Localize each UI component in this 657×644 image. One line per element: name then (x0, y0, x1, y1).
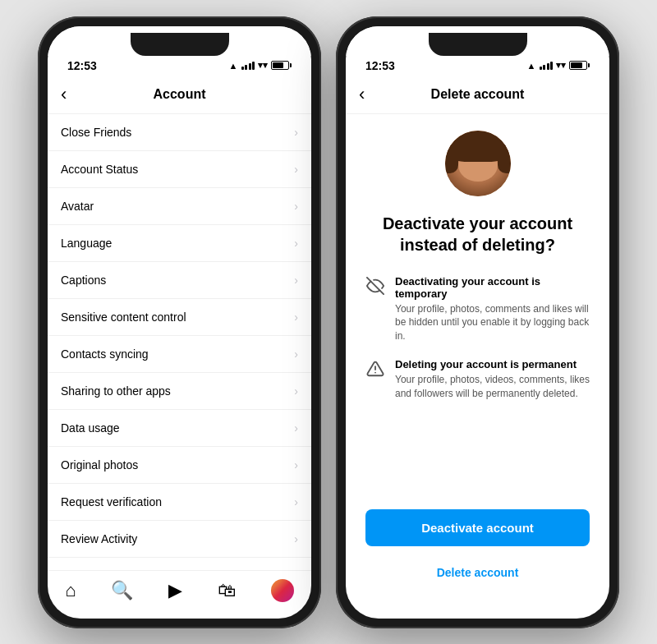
signal-bar-r1 (540, 67, 542, 70)
tab-profile-avatar[interactable] (271, 579, 294, 602)
notch-area-left (48, 26, 311, 56)
left-phone: 12:53 ▲ ▾▾ (38, 16, 321, 628)
signal-bar-r4 (550, 62, 553, 70)
status-time-right: 12:53 (365, 59, 395, 72)
menu-label-close-friends: Close Friends (61, 126, 131, 139)
back-button-right[interactable]: ‹ (359, 84, 365, 105)
menu-item-avatar[interactable]: Avatar › (48, 188, 311, 225)
menu-label-request-verification: Request verification (61, 495, 162, 508)
chevron-icon-captions: › (294, 274, 298, 287)
delete-info-block: Deleting your account is permanent Your … (365, 358, 590, 401)
location-icon-left: ▲ (229, 61, 238, 71)
delete-info-title: Deleting your account is permanent (395, 358, 590, 370)
delete-account-content: Deactivate your account instead of delet… (346, 114, 609, 619)
battery-fill-right (571, 62, 582, 68)
nav-bar-left: ‹ Account (48, 77, 311, 114)
deactivate-info-block: Deactivating your account is temporary Y… (365, 275, 590, 343)
signal-bar-3 (249, 63, 251, 70)
menu-label-account-status: Account Status (61, 163, 138, 176)
menu-item-branded-content[interactable]: Branded content › (48, 558, 311, 570)
status-bar-left: 12:53 ▲ ▾▾ (48, 56, 311, 77)
menu-label-sensitive-content: Sensitive content control (61, 310, 186, 324)
signal-bar-2 (245, 65, 247, 70)
profile-avatar (445, 131, 511, 196)
right-phone-screen: 12:53 ▲ ▾▾ (346, 26, 609, 619)
menu-item-captions[interactable]: Captions › (48, 262, 311, 299)
menu-item-data-usage[interactable]: Data usage › (48, 410, 311, 447)
battery-left (271, 61, 292, 70)
menu-item-language[interactable]: Language › (48, 225, 311, 262)
wifi-icon-right: ▾▾ (556, 60, 566, 71)
deactivate-info-text: Deactivating your account is temporary Y… (395, 275, 590, 343)
chevron-icon-avatar: › (294, 200, 298, 213)
battery-body-left (271, 61, 289, 70)
notch-area-right (346, 26, 609, 56)
menu-label-sharing: Sharing to other apps (61, 384, 171, 398)
tab-shop-icon[interactable]: 🛍 (218, 580, 236, 601)
battery-tip-left (290, 63, 292, 67)
battery-right (569, 61, 590, 70)
nav-bar-right: ‹ Delete account (346, 77, 609, 114)
menu-item-account-status[interactable]: Account Status › (48, 151, 311, 188)
menu-item-sharing[interactable]: Sharing to other apps › (48, 373, 311, 410)
left-phone-screen: 12:53 ▲ ▾▾ (48, 26, 311, 619)
menu-label-captions: Captions (61, 274, 106, 287)
chevron-icon-data-usage: › (294, 421, 298, 435)
page-title-right: Delete account (431, 87, 525, 102)
notch-left (131, 33, 229, 56)
status-time-left: 12:53 (67, 59, 97, 72)
signal-bars-right (540, 62, 554, 70)
menu-item-review-activity[interactable]: Review Activity › (48, 521, 311, 558)
menu-label-avatar: Avatar (61, 200, 94, 213)
chevron-icon-original-photos: › (294, 458, 298, 472)
status-icons-right: ▲ ▾▾ (527, 60, 590, 71)
menu-label-data-usage: Data usage (61, 421, 120, 435)
location-icon-right: ▲ (527, 61, 536, 71)
back-button-left[interactable]: ‹ (61, 84, 67, 105)
battery-tip-right (588, 63, 590, 67)
menu-item-original-photos[interactable]: Original photos › (48, 447, 311, 484)
notch-right (429, 33, 527, 56)
menu-item-request-verification[interactable]: Request verification › (48, 484, 311, 521)
tab-reels-icon[interactable]: ▶ (168, 580, 182, 601)
chevron-icon-sensitive-content: › (294, 310, 298, 324)
chevron-icon-close-friends: › (294, 126, 298, 139)
chevron-icon-review-activity: › (294, 532, 298, 545)
signal-bar-r2 (543, 65, 545, 70)
deactivate-question-title: Deactivate your account instead of delet… (365, 213, 590, 255)
signal-bars-left (241, 62, 255, 70)
signal-bar-4 (252, 62, 255, 70)
tab-search-icon[interactable]: 🔍 (111, 580, 133, 601)
page-title-left: Account (154, 87, 206, 102)
battery-body-right (569, 61, 587, 70)
delete-info-text: Deleting your account is permanent Your … (395, 358, 590, 401)
tab-bar-left: ⌂ 🔍 ▶ 🛍 (48, 570, 311, 619)
deactivate-info-title: Deactivating your account is temporary (395, 275, 590, 300)
bottom-actions: Deactivate account Delete account (365, 496, 590, 602)
menu-label-original-photos: Original photos (61, 458, 138, 472)
menu-item-contacts-syncing[interactable]: Contacts syncing › (48, 336, 311, 373)
battery-fill-left (273, 62, 283, 68)
menu-label-review-activity: Review Activity (61, 532, 137, 545)
warning-icon (365, 360, 385, 382)
status-bar-right: 12:53 ▲ ▾▾ (346, 56, 609, 77)
chevron-icon-account-status: › (294, 163, 298, 176)
wifi-icon-left: ▾▾ (258, 60, 268, 71)
menu-list: Close Friends › Account Status › Avatar … (48, 114, 311, 570)
menu-label-language: Language (61, 237, 112, 250)
deactivate-account-button[interactable]: Deactivate account (365, 509, 590, 546)
delete-account-button[interactable]: Delete account (365, 559, 590, 586)
menu-item-close-friends[interactable]: Close Friends › (48, 114, 311, 151)
deactivate-info-desc: Your profile, photos, comments and likes… (395, 302, 590, 343)
signal-bar-1 (241, 67, 244, 70)
chevron-icon-request-verification: › (294, 495, 298, 508)
eye-slash-icon (365, 277, 385, 299)
chevron-icon-sharing: › (294, 384, 298, 398)
chevron-icon-contacts-syncing: › (294, 347, 298, 361)
delete-info-desc: Your profile, photos, videos, comments, … (395, 373, 590, 401)
right-phone: 12:53 ▲ ▾▾ (336, 16, 619, 628)
menu-label-contacts-syncing: Contacts syncing (61, 347, 149, 361)
menu-item-sensitive-content[interactable]: Sensitive content control › (48, 299, 311, 336)
status-icons-left: ▲ ▾▾ (229, 60, 292, 71)
tab-home-icon[interactable]: ⌂ (65, 580, 76, 601)
